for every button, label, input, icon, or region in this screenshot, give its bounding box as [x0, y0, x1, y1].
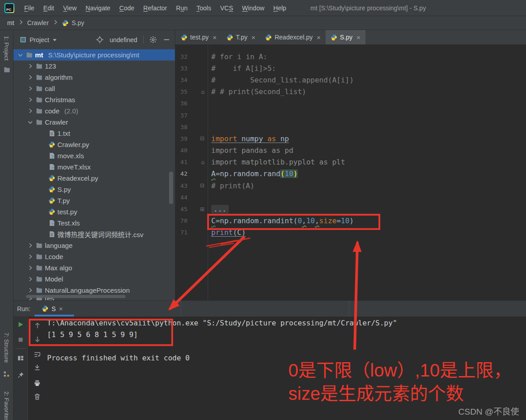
tree-item-call[interactable]: call	[13, 83, 175, 94]
python-file-icon	[226, 34, 233, 41]
code-line-35: 35⌂# # print(Second_list)	[175, 86, 526, 98]
menu-item-refactor[interactable]: Refactor	[139, 3, 172, 13]
chevron-right-icon[interactable]	[27, 253, 34, 260]
hide-icon[interactable]	[163, 36, 170, 43]
tree-item-naturallanguageprocession[interactable]: NaturalLanguageProcession	[13, 285, 175, 296]
chevron-down-icon[interactable]	[27, 119, 34, 126]
code-line-43: 43⊟# print(A)	[175, 180, 526, 191]
scroll-end-icon[interactable]	[33, 364, 41, 372]
menu-item-navigate[interactable]: Navigate	[81, 3, 115, 13]
tree-item-crawler-py[interactable]: Crawler.py	[13, 139, 175, 150]
toolbar-divider	[143, 36, 143, 43]
menu-item-help[interactable]: Help	[269, 3, 291, 13]
folder-icon	[36, 253, 43, 260]
tree-item-s-py[interactable]: S.py	[13, 184, 175, 195]
region-icon[interactable]: ⌂	[187, 159, 208, 165]
tree-item-mt[interactable]: mtS:\Study\picture processing\mt	[13, 49, 175, 61]
breadcrumb-item-spy[interactable]: S.py	[72, 19, 84, 26]
chevron-right-icon[interactable]	[27, 264, 34, 271]
tab-label: S.py	[340, 34, 352, 41]
tool-window-button-project[interactable]: 1: Project	[3, 36, 10, 61]
restore-layout-icon[interactable]	[17, 354, 25, 362]
close-icon[interactable]: ×	[213, 34, 217, 41]
softwrap-icon[interactable]	[33, 351, 41, 359]
settings-icon[interactable]	[149, 36, 157, 43]
tree-item-max-algo[interactable]: Max algo	[13, 262, 175, 273]
tab-test-py[interactable]: test.py×	[176, 30, 222, 44]
stop-icon[interactable]	[17, 336, 25, 344]
chevron-right-icon[interactable]	[27, 108, 34, 114]
close-icon[interactable]: ×	[59, 305, 63, 312]
code-line-41: 41⌂import matplotlib.pyplot as plt	[175, 156, 526, 168]
fold-open-icon[interactable]: ⊟	[187, 135, 208, 142]
run-panel-label: Run:	[17, 305, 30, 312]
chevron-right-icon[interactable]	[27, 63, 34, 69]
chevron-right-icon	[17, 19, 24, 27]
chevron-right-icon[interactable]	[27, 96, 34, 103]
menu-item-file[interactable]: File	[20, 3, 39, 13]
chevron-right-icon[interactable]	[27, 276, 34, 282]
close-icon[interactable]: ×	[356, 34, 361, 41]
print-icon[interactable]	[33, 379, 41, 387]
tree-item-algorithm[interactable]: algorithm	[13, 72, 175, 83]
menu-item-code[interactable]: Code	[115, 3, 139, 13]
tree-item-csv[interactable]: 微博热搜关键词词频统计.csv	[13, 229, 175, 240]
project-panel-title[interactable]: Project	[30, 36, 49, 43]
annotation-line-2: size是生成元素的个数	[288, 382, 512, 405]
tree-item-1-txt[interactable]: 1.txt	[13, 128, 175, 139]
down-icon[interactable]	[33, 335, 41, 343]
tree-item-language[interactable]: language	[13, 240, 175, 251]
collapse-all-icon[interactable]: undefined	[109, 36, 137, 43]
code-line-38: 38	[175, 121, 526, 133]
menu-item-vcs[interactable]: VCS	[216, 3, 238, 13]
tree-item-test-py[interactable]: test.py	[13, 206, 175, 217]
tab-t-py[interactable]: T.py×	[222, 30, 260, 44]
up-icon[interactable]	[33, 321, 41, 329]
tab-label: T.py	[236, 34, 248, 41]
tree-item-movet-xlsx[interactable]: ?moveT.xlsx	[13, 161, 175, 173]
locate-icon[interactable]	[96, 36, 104, 43]
fold-open-icon[interactable]: ⊟	[187, 182, 208, 189]
region-icon[interactable]: ⌂	[187, 89, 208, 95]
tree-item-crawler[interactable]: Crawler	[13, 117, 175, 128]
breadcrumb-item-mt[interactable]: mt	[7, 19, 14, 26]
tree-item-readexcel-py[interactable]: Readexcel.py	[13, 173, 175, 184]
line-number: 41	[175, 159, 187, 165]
tree-item-christmas[interactable]: Christmas	[13, 94, 175, 105]
tree-item-lcode[interactable]: Lcode	[13, 251, 175, 262]
tool-window-button-favorites[interactable]: 2: Favorites	[3, 391, 10, 420]
tool-window-button-structure[interactable]: 7: Structure	[3, 333, 10, 363]
chevron-right-icon[interactable]	[27, 74, 34, 81]
menu-item-window[interactable]: Window	[238, 3, 269, 13]
chevron-down-icon[interactable]	[17, 52, 24, 58]
tab-readexcel-py[interactable]: Readexcel.py×	[260, 30, 326, 44]
run-icon[interactable]	[17, 320, 25, 329]
chevron-down-icon[interactable]	[52, 36, 57, 43]
chevron-right-icon[interactable]	[27, 85, 34, 92]
code-token: =	[336, 216, 341, 225]
horizontal-scrollbar[interactable]	[26, 295, 126, 298]
clear-icon[interactable]	[33, 393, 41, 401]
tree-item-move-xls[interactable]: ?move.xls	[13, 150, 175, 161]
tree-item-model[interactable]: Model	[13, 273, 175, 285]
close-icon[interactable]: ×	[317, 34, 321, 41]
tree-item-test-xls[interactable]: ?Test.xls	[13, 217, 175, 229]
menu-item-run[interactable]: Run	[172, 3, 192, 13]
code-line-71: 71print(C)	[175, 227, 526, 238]
pin-icon[interactable]	[17, 371, 25, 379]
tree-item-123[interactable]: 123	[13, 61, 175, 72]
breadcrumb-item-crawler[interactable]: Crawler	[27, 19, 49, 26]
fold-closed-icon[interactable]: ⊞	[187, 206, 208, 212]
close-icon[interactable]: ×	[252, 34, 256, 41]
code-token: )	[241, 228, 246, 237]
chevron-right-icon[interactable]	[27, 287, 34, 294]
menu-item-view[interactable]: View	[59, 3, 81, 13]
chevron-right-icon[interactable]	[27, 242, 34, 249]
code-line-42: 42A=np.random.rand(10)	[175, 168, 526, 180]
menu-item-tools[interactable]: Tools	[192, 3, 216, 13]
menu-item-edit[interactable]: Edit	[39, 3, 59, 13]
tree-item-t-py[interactable]: T.py	[13, 195, 175, 206]
vertical-scrollbar[interactable]	[169, 172, 173, 204]
tree-item-code[interactable]: code(2.0)	[13, 105, 175, 117]
tab-s-py[interactable]: S.py×	[326, 30, 365, 44]
